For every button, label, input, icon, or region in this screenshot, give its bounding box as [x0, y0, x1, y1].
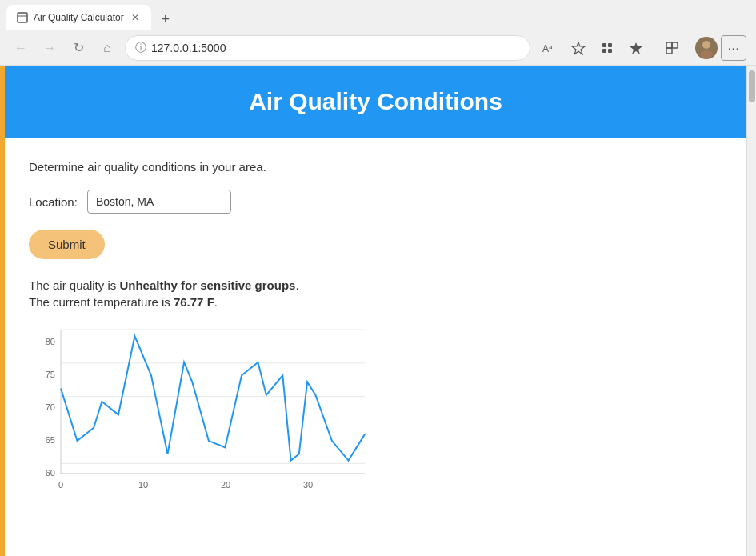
- location-input[interactable]: [87, 190, 231, 214]
- svg-text:Aᵃ: Aᵃ: [542, 43, 553, 54]
- result-line-1: The air quality is Unhealthy for sensiti…: [29, 278, 722, 292]
- result-bold-1: Unhealthy for sensitive groups: [119, 278, 295, 292]
- svg-point-13: [700, 50, 713, 58]
- svg-text:65: 65: [46, 435, 55, 445]
- submit-button[interactable]: Submit: [29, 230, 105, 259]
- toolbar-divider-2: [690, 40, 690, 56]
- reload-button[interactable]: ↻: [67, 37, 90, 59]
- scrollbar[interactable]: [746, 66, 756, 556]
- svg-text:70: 70: [46, 402, 55, 412]
- main-content: Determine air quality conditions in your…: [5, 138, 746, 520]
- location-row: Location:: [29, 190, 722, 214]
- svg-text:75: 75: [46, 370, 55, 379]
- svg-rect-0: [18, 13, 27, 22]
- svg-text:80: 80: [46, 337, 55, 346]
- tab-title: Air Quality Calculator: [34, 12, 124, 23]
- svg-rect-4: [602, 43, 606, 47]
- more-button[interactable]: ···: [721, 35, 746, 61]
- app-title: Air Quality Conditions: [21, 88, 730, 115]
- svg-text:20: 20: [221, 480, 230, 490]
- address-bar: ← → ↻ ⌂ ⓘ 127.0.0.1:5000 Aᵃ: [0, 30, 756, 66]
- profile-avatar[interactable]: [695, 37, 718, 59]
- active-tab[interactable]: Air Quality Calculator ✕: [6, 5, 151, 30]
- svg-text:60: 60: [46, 468, 55, 478]
- tab-close-button[interactable]: ✕: [129, 11, 142, 24]
- forward-button[interactable]: →: [38, 37, 61, 59]
- result-suffix-2: .: [214, 295, 218, 309]
- read-aloud-button[interactable]: Aᵃ: [537, 35, 562, 61]
- svg-rect-10: [672, 42, 678, 48]
- address-text: 127.0.0.1:5000: [151, 42, 520, 54]
- address-input-wrapper[interactable]: ⓘ 127.0.0.1:5000: [125, 35, 530, 61]
- chart-svg: 60 65 70 75 80 0 10 20 30: [29, 322, 381, 498]
- svg-text:0: 0: [58, 480, 63, 490]
- tab-page-icon: [16, 11, 29, 24]
- new-tab-button[interactable]: +: [154, 8, 177, 30]
- toolbar-divider: [654, 40, 654, 56]
- extensions-button[interactable]: [594, 35, 620, 61]
- app-header: Air Quality Conditions: [5, 66, 746, 138]
- svg-rect-7: [608, 49, 612, 53]
- result-suffix-1: .: [295, 278, 298, 292]
- page-content[interactable]: Air Quality Conditions Determine air qua…: [5, 66, 746, 556]
- page-wrapper: Air Quality Conditions Determine air qua…: [0, 66, 756, 556]
- tab-bar: Air Quality Calculator ✕ +: [0, 0, 756, 30]
- svg-rect-5: [608, 43, 612, 47]
- result-prefix-1: The air quality is: [29, 278, 119, 292]
- tab-actions-button[interactable]: [659, 35, 685, 61]
- temperature-chart: 60 65 70 75 80 0 10 20 30: [29, 322, 381, 498]
- svg-marker-3: [572, 42, 585, 54]
- more-icon: ···: [728, 42, 740, 54]
- svg-rect-6: [602, 49, 606, 53]
- description-text: Determine air quality conditions in your…: [29, 160, 722, 174]
- svg-point-12: [702, 41, 710, 49]
- svg-marker-8: [630, 42, 642, 54]
- svg-text:30: 30: [303, 480, 313, 490]
- result-bold-2: 76.77 F: [174, 295, 214, 309]
- browser-window: Air Quality Calculator ✕ + ← → ↻ ⌂ ⓘ 127…: [0, 0, 756, 556]
- scrollbar-thumb[interactable]: [749, 70, 755, 102]
- address-info-icon: ⓘ: [135, 41, 146, 55]
- result-prefix-2: The current temperature is: [29, 295, 174, 309]
- favorites-button[interactable]: [566, 35, 591, 61]
- toolbar-icons: Aᵃ ···: [537, 35, 746, 61]
- svg-rect-11: [666, 48, 672, 54]
- location-label: Location:: [29, 195, 78, 209]
- result-line-2: The current temperature is 76.77 F.: [29, 295, 722, 309]
- back-button[interactable]: ←: [10, 37, 32, 59]
- home-button[interactable]: ⌂: [96, 37, 118, 59]
- add-favorites-button[interactable]: [623, 35, 649, 61]
- svg-text:10: 10: [138, 480, 148, 490]
- svg-rect-9: [666, 42, 672, 48]
